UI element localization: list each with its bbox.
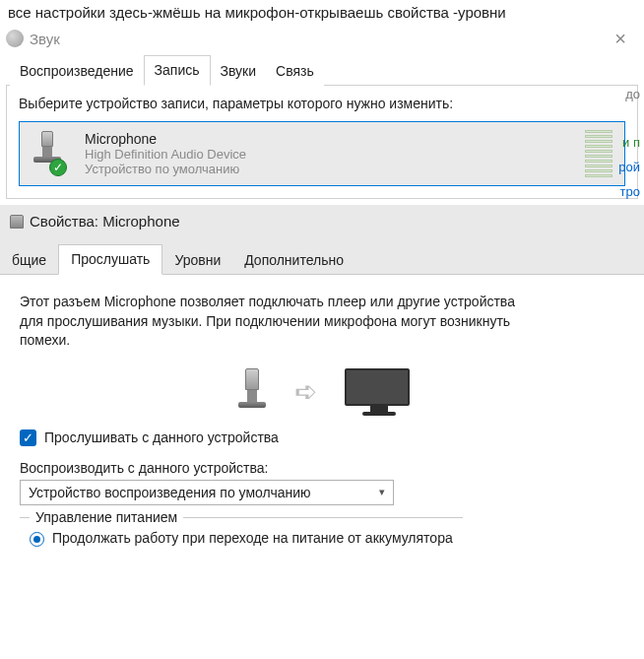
device-default-label: Устройство по умолчанию (85, 162, 573, 176)
play-through-value: Устройство воспроизведения по умолчанию (29, 485, 311, 500)
close-icon[interactable]: × (609, 29, 632, 48)
tab-general[interactable]: бщие (0, 246, 58, 275)
play-through-combobox[interactable]: Устройство воспроизведения по умолчанию … (20, 480, 394, 505)
tab-levels[interactable]: Уровни (162, 246, 232, 275)
power-continue-label: Продолжать работу при переходе на питани… (52, 530, 453, 546)
device-name: Microphone (85, 131, 573, 147)
tab-communications[interactable]: Связь (266, 57, 324, 86)
sound-tabs: Воспроизведение Запись Звуки Связь (6, 54, 638, 85)
properties-titlebar: Свойства: Microphone (0, 205, 644, 237)
microphone-device-icon: ✓ (28, 131, 73, 176)
listen-tabpanel: Этот разъем Microphone позволяет подключ… (0, 274, 644, 559)
cropped-link-2[interactable]: тро (620, 184, 640, 199)
tab-sounds[interactable]: Звуки (211, 57, 267, 86)
sound-window: Звук × Воспроизведение Запись Звуки Связ… (6, 27, 638, 199)
tab-listen[interactable]: Прослушать (58, 244, 162, 275)
speaker-icon (6, 30, 24, 47)
arrow-right-icon: ➪ (294, 375, 317, 408)
default-check-icon: ✓ (49, 159, 67, 176)
right-cropped-text: до и п рой тро (618, 83, 640, 204)
listen-checkbox-label: Прослушивать с данного устройства (44, 429, 279, 445)
properties-window-title: Свойства: Microphone (30, 213, 180, 230)
listen-description: Этот разъем Microphone позволяет подключ… (20, 293, 532, 351)
listen-checkbox[interactable]: ✓ (20, 429, 36, 446)
listen-illustration: ➪ (20, 368, 630, 416)
tab-advanced[interactable]: Дополнительно (232, 246, 355, 275)
power-management-group: Управление питанием Продолжать работу пр… (20, 517, 463, 553)
tab-playback[interactable]: Воспроизведение (10, 57, 144, 86)
level-meter (585, 130, 616, 177)
sound-window-title: Звук (30, 31, 60, 47)
properties-tabs: бщие Прослушать Уровни Дополнительно (0, 237, 644, 274)
power-group-legend: Управление питанием (30, 509, 183, 525)
power-continue-radio[interactable] (30, 532, 44, 547)
play-through-label: Воспроизводить с данного устройства: (20, 460, 630, 476)
device-text: Microphone High Definition Audio Device … (85, 131, 573, 176)
instruction-text: все настройки здесь-жмёшь на микрофон-от… (0, 0, 644, 27)
tab-recording[interactable]: Запись (144, 55, 211, 86)
sound-titlebar: Звук × (6, 27, 638, 54)
microphone-icon (10, 215, 24, 229)
chevron-down-icon: ▾ (379, 486, 385, 498)
illustration-microphone-icon (237, 368, 267, 416)
device-subtitle: High Definition Audio Device (85, 147, 573, 162)
recording-device-row[interactable]: ✓ Microphone High Definition Audio Devic… (19, 121, 625, 186)
cropped-link-1[interactable]: рой (618, 160, 640, 174)
properties-window: Свойства: Microphone бщие Прослушать Уро… (0, 205, 644, 559)
illustration-monitor-icon (345, 368, 414, 416)
recording-tabpanel: Выберите устройство записи, параметры ко… (6, 85, 638, 199)
recording-hint: Выберите устройство записи, параметры ко… (19, 96, 625, 111)
